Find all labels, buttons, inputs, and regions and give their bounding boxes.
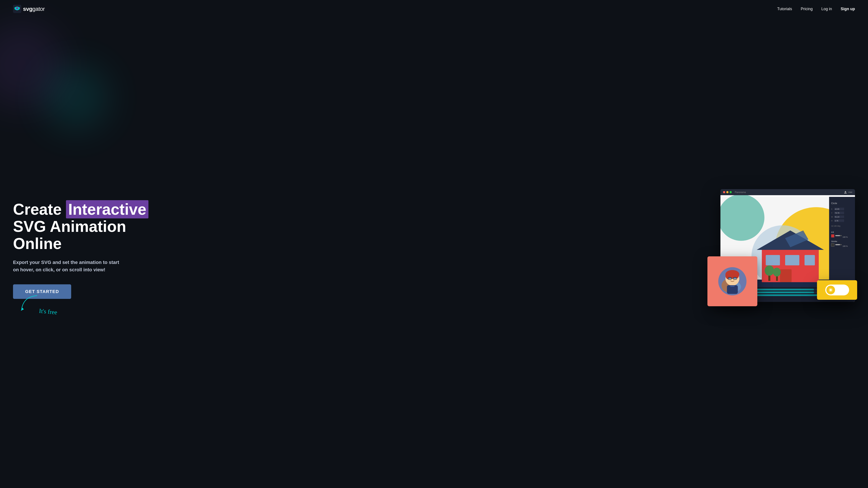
svg-text:42.65: 42.65 [835,208,839,210]
svg-text:Fill: Fill [831,231,834,233]
cta-section: GET STARTED It's free [13,284,71,299]
dot-red [723,191,725,193]
svg-line-69 [831,291,832,292]
nav-item-signup[interactable]: Sign up [841,7,855,11]
svg-text:100 %: 100 % [843,236,848,238]
svg-rect-46 [835,244,840,245]
svg-rect-12 [766,255,780,265]
svg-point-1 [16,7,18,9]
svg-text:Y: Y [831,212,832,214]
svg-rect-41 [835,235,840,236]
svg-text:78.78: 78.78 [835,212,839,214]
toggle-switch[interactable] [825,285,849,295]
logo-icon [13,5,21,13]
svg-rect-13 [785,255,799,265]
user-icon [844,190,847,194]
hero-title-part2: SVG Animation Online [13,218,126,252]
svg-text:Circle: Circle [831,202,837,204]
svg-text:X: X [831,208,832,210]
svg-rect-62 [730,286,735,287]
nav-item-tutorials[interactable]: Tutorials [777,7,792,11]
its-free-label: It's free [39,307,58,316]
hero-title: Create Interactive SVG Animation Online [13,201,161,253]
card-toggle [817,280,857,300]
svg-point-19 [773,268,781,276]
nav-link-signup[interactable]: Sign up [841,7,855,11]
sun-icon [829,288,833,292]
hero-section: Create Interactive SVG Animation Online … [0,18,868,486]
svg-line-68 [829,289,830,289]
nav-item-pricing[interactable]: Pricing [801,7,813,11]
nav-link-pricing[interactable]: Pricing [801,7,813,11]
svg-marker-2 [21,307,24,311]
hero-subtitle: Export your SVG and set the animation to… [13,259,139,273]
svg-point-3 [845,191,846,192]
svg-text:W: W [831,216,833,218]
nav-item-login[interactable]: Log in [822,7,832,11]
svg-rect-44 [831,243,834,247]
dot-yellow [726,191,728,193]
timeline-handle-2 [748,292,814,293]
card-character [707,256,757,306]
editor-titlebar: Panorama User [720,189,855,195]
svg-rect-39 [831,234,834,237]
hero-title-part1: Create [13,201,66,218]
svg-line-70 [831,289,832,289]
navbar: svggator Tutorials Pricing Log in Sign u… [0,0,868,18]
app-mockup: Panorama User [707,189,855,311]
user-label: User [848,191,852,193]
titlebar-label: Panorama [735,191,746,193]
svg-line-71 [829,291,830,292]
logo-text: svggator [23,6,45,12]
svg-text:100 %: 100 % [843,245,848,247]
svg-text:Stroke: Stroke [831,240,837,242]
dot-green [730,191,732,193]
nav-links: Tutorials Pricing Log in Sign up [777,7,855,11]
toggle-knob [826,286,835,294]
character-avatar-svg [717,266,748,296]
svg-text:rot 180 deg: rot 180 deg [831,225,840,227]
hero-title-highlight: Interactive [66,200,148,219]
titlebar-dots [723,191,732,193]
logo[interactable]: svggator [13,5,45,13]
svg-point-17 [765,265,774,276]
hero-right: Panorama User [161,189,855,311]
nav-link-tutorials[interactable]: Tutorials [777,7,792,11]
svg-rect-15 [780,269,792,282]
nav-link-login[interactable]: Log in [822,7,832,11]
svg-rect-14 [805,255,815,265]
hero-left: Create Interactive SVG Animation Online … [13,201,161,299]
svg-text:91.24: 91.24 [835,216,839,218]
svg-text:H: H [831,220,832,222]
svg-text:0.76: 0.76 [835,220,838,222]
